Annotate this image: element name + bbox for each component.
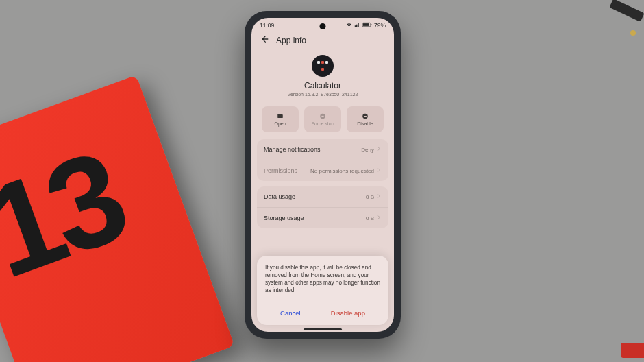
- disable-app-button[interactable]: Disable app: [327, 306, 369, 319]
- phone-screen: 11:09 79% App info: [251, 18, 394, 332]
- home-indicator[interactable]: [304, 328, 342, 330]
- product-box: 13: [0, 75, 234, 362]
- front-camera: [320, 23, 326, 29]
- confirm-dialog: If you disable this app, it will be clos…: [257, 256, 388, 325]
- box-number: 13: [0, 122, 140, 307]
- phone-device: 11:09 79% App info: [245, 11, 401, 339]
- watermark-tab: [621, 343, 644, 358]
- corner-object: [596, 0, 644, 48]
- dialog-message: If you disable this app, it will be clos…: [265, 264, 380, 294]
- cancel-button[interactable]: Cancel: [276, 306, 305, 319]
